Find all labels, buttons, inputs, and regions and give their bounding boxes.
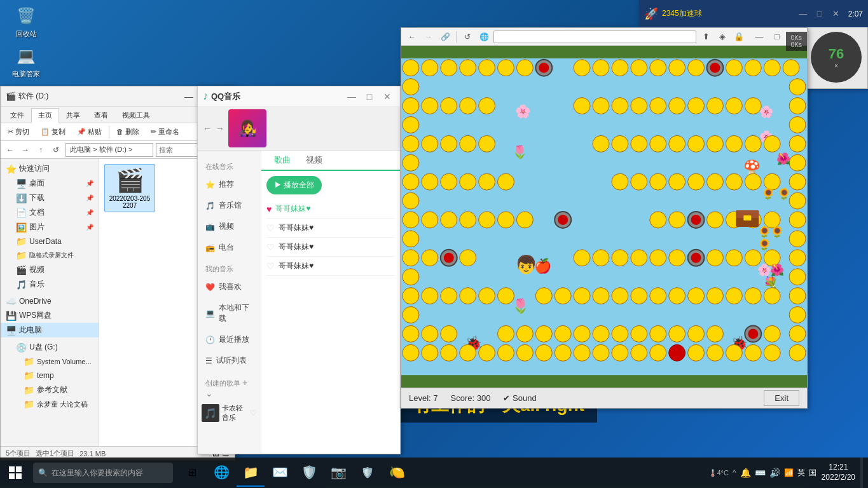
top-right-minimize[interactable]: — xyxy=(796,8,810,20)
tab-videos[interactable]: 视频 xyxy=(298,151,330,170)
sidebar-userdata[interactable]: 📁UserData xyxy=(1,234,99,248)
tab-video-tools[interactable]: 视频工具 xyxy=(115,108,157,123)
qqm-minimize-btn[interactable]: — xyxy=(344,90,359,103)
sidebar-thispc[interactable]: 🖥️此电脑 xyxy=(1,323,99,337)
song-item-4[interactable]: ♡ 哥哥妹妹♥ xyxy=(266,257,395,276)
add-playlist-btn[interactable]: + xyxy=(242,377,247,388)
sidebar-video[interactable]: 🎬视频 xyxy=(1,262,99,277)
tab-file[interactable]: 文件 xyxy=(3,108,31,123)
song-item-1[interactable]: ♥ 哥哥妹妹♥ xyxy=(266,200,395,219)
tab-view[interactable]: 查看 xyxy=(87,108,115,123)
browser-globe-btn[interactable]: 🌐 xyxy=(477,30,491,43)
nav-recent[interactable]: 🕐 最近播放 xyxy=(198,329,261,350)
sidebar-udisk[interactable]: 💿U盘 (G:) xyxy=(1,340,99,355)
fe-minimize-btn[interactable]: — xyxy=(181,90,196,103)
game-sound-checkbox[interactable]: ✔ Sound xyxy=(503,393,536,403)
nav-radio[interactable]: 📻 电台 xyxy=(198,237,261,258)
sidebar-screenrec[interactable]: 📁隐格式录屏文件 xyxy=(1,248,99,262)
taskbar-shield[interactable]: 🛡️ xyxy=(295,459,323,487)
sidebar-documents[interactable]: 📄文档📌 xyxy=(1,205,99,220)
nav-listen-later[interactable]: ☰ 试听列表 xyxy=(198,350,261,371)
browser-forward-btn[interactable]: → xyxy=(422,30,436,43)
address-path[interactable]: 此电脑 > 软件 (D:) > xyxy=(65,143,153,157)
clock-time: 12:21 xyxy=(829,463,848,473)
play-all-button[interactable]: ▶ 播放全部 xyxy=(266,176,322,194)
show-desktop-btn[interactable] xyxy=(860,458,863,488)
tab-home[interactable]: 主页 xyxy=(31,108,59,123)
url-bar[interactable] xyxy=(493,30,696,43)
top-right-close[interactable]: ✕ xyxy=(829,8,843,20)
svg-point-29 xyxy=(650,60,666,76)
system-clock[interactable]: 12:21 2022/2/20 xyxy=(822,463,855,482)
heart-icon-3[interactable]: ♡ xyxy=(266,242,275,252)
game-win-maximize[interactable]: □ xyxy=(769,30,785,43)
browser-back-btn[interactable]: ← xyxy=(405,30,419,43)
qqm-maximize-btn[interactable]: □ xyxy=(362,90,377,103)
lock-icon[interactable]: 🔒 xyxy=(732,30,746,43)
browser-refresh-btn[interactable]: ↺ xyxy=(460,30,474,43)
taskbar-taskview[interactable]: ⊞ xyxy=(178,459,206,487)
qqm-close-btn[interactable]: ✕ xyxy=(380,90,395,103)
file-item-video[interactable]: 🎬 20220203-20522​07 xyxy=(104,164,155,212)
nav-up-btn[interactable]: ↑ xyxy=(34,143,48,157)
ribbon-paste[interactable]: 📌 粘贴 xyxy=(72,125,106,139)
heart-icon-1[interactable]: ♥ xyxy=(266,204,272,214)
qqm-nav-prev[interactable]: ← xyxy=(203,123,212,133)
exit-button[interactable]: Exit xyxy=(764,390,799,406)
sidebar-dream[interactable]: 📁余梦童 大论文稿 xyxy=(1,397,99,411)
ribbon-rename[interactable]: ✏ 重命名 xyxy=(146,125,184,139)
browser-bookmark-btn[interactable]: 🔗 xyxy=(438,30,452,43)
ribbon-delete[interactable]: 🗑 删除 xyxy=(112,125,144,139)
nav-local[interactable]: 💻 本地和下载 xyxy=(198,297,261,329)
sidebar-wps[interactable]: 💾WPS网盘 xyxy=(1,308,99,323)
sidebar-temp[interactable]: 📁temp xyxy=(1,369,99,383)
taskbar-camera[interactable]: 📷 xyxy=(324,459,352,487)
playlist-item[interactable]: 🎵 卡农轻音乐 ♡ xyxy=(198,401,261,425)
sidebar-downloads[interactable]: ⬇️下载📌 xyxy=(1,191,99,205)
tray-expand-icon[interactable]: ^ xyxy=(733,468,736,477)
top-right-maximize[interactable]: □ xyxy=(813,8,827,20)
nav-forward-btn[interactable]: → xyxy=(18,143,32,157)
song-item-3[interactable]: ♡ 哥哥妹妹♥ xyxy=(266,238,395,257)
nav-library[interactable]: 🎵 音乐馆 xyxy=(198,195,261,216)
game-area[interactable]: 🌸 🌸 🌸 xyxy=(401,46,807,388)
share-icon[interactable]: ⬆ xyxy=(699,30,713,43)
tab-share[interactable]: 共享 xyxy=(59,108,87,123)
sidebar-onedrive[interactable]: ☁️OneDrive xyxy=(1,294,99,308)
sidebar-desktop[interactable]: 🖥️桌面📌 xyxy=(1,176,99,191)
sidebar-ref[interactable]: 📁参考文献 xyxy=(1,383,99,397)
taskbar-folder[interactable]: 📁 xyxy=(237,459,265,487)
3d-icon[interactable]: ◈ xyxy=(715,30,729,43)
tab-songs[interactable]: 歌曲 xyxy=(266,151,298,171)
svg-point-11 xyxy=(403,250,419,266)
taskbar-edge[interactable]: 🌐 xyxy=(207,459,235,487)
ribbon-copy[interactable]: 📋 复制 xyxy=(36,125,70,139)
taskbar-fruit[interactable]: 🍋 xyxy=(383,459,411,487)
nav-video[interactable]: 📺 视频 xyxy=(198,216,261,237)
sidebar-pictures[interactable]: 🖼️图片📌 xyxy=(1,220,99,234)
nav-liked[interactable]: ❤️ 我喜欢 xyxy=(198,276,261,297)
sidebar-music[interactable]: 🎵音乐 xyxy=(1,277,99,292)
game-win-minimize[interactable]: — xyxy=(751,30,768,43)
tray-network-icon[interactable]: 📶 xyxy=(784,468,794,477)
sidebar-quick-access[interactable]: ⭐快速访问 xyxy=(1,161,99,176)
heart-icon-4[interactable]: ♡ xyxy=(266,261,275,271)
song-item-2[interactable]: ♡ 哥哥妹妹♥ xyxy=(266,219,395,238)
svg-point-154 xyxy=(574,288,590,304)
ribbon-cut[interactable]: ✂ 剪切 xyxy=(3,125,34,139)
taskbar-shield2[interactable]: 🛡️ xyxy=(354,459,382,487)
sidebar-sysvol[interactable]: 📁System Volume... xyxy=(1,355,99,369)
heart-icon-2[interactable]: ♡ xyxy=(266,223,275,233)
computer-manager-icon[interactable]: 💻 电脑管家 xyxy=(3,43,49,78)
nav-recommend[interactable]: ⭐ 推荐 xyxy=(198,174,261,195)
taskbar-search-box[interactable]: 🔍 在这里输入你要搜索的内容 xyxy=(33,463,173,483)
start-button[interactable] xyxy=(0,458,31,488)
playlist-menu-btn[interactable]: ⌄ xyxy=(205,388,213,398)
qqm-nav-next[interactable]: → xyxy=(216,123,224,133)
svg-point-149 xyxy=(479,288,495,304)
nav-refresh-btn[interactable]: ↺ xyxy=(49,143,63,157)
recycle-bin-icon[interactable]: 🗑️ 回收站 xyxy=(3,3,49,38)
nav-back-btn[interactable]: ← xyxy=(3,143,17,157)
tray-volume-icon[interactable]: 🔊 xyxy=(769,468,780,478)
taskbar-mail[interactable]: ✉️ xyxy=(266,459,294,487)
